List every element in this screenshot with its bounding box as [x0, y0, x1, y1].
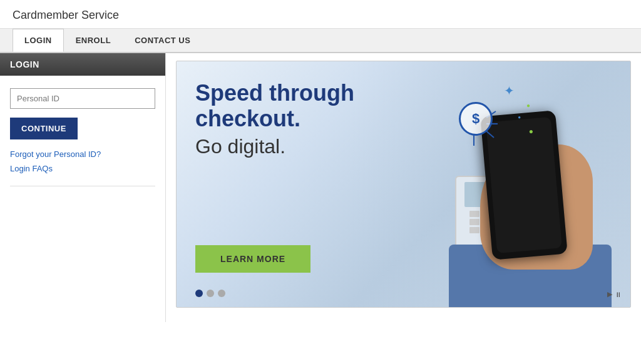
login-section-header: LOGIN — [0, 53, 165, 76]
right-panel: $ ✦ ● ● ● Speed through — [166, 53, 641, 322]
site-title: Cardmember Service — [13, 9, 119, 21]
main-layout: LOGIN CONTINUE Forgot your Personal ID? … — [0, 53, 641, 322]
dollar-symbol: $ — [472, 111, 479, 127]
login-faq-link[interactable]: Login FAQs — [10, 164, 155, 173]
carousel-dot-3[interactable] — [218, 290, 225, 297]
headline-line2: checkout. — [195, 106, 300, 131]
banner-text: Speed through checkout. Go digital. — [195, 80, 383, 158]
carousel-dot-1[interactable] — [195, 290, 203, 297]
promo-banner: $ ✦ ● ● ● Speed through — [176, 61, 631, 308]
headline-line1: Speed through — [195, 80, 354, 106]
nav-item-enroll[interactable]: ENROLL — [64, 29, 123, 52]
play-icon: ▶ — [607, 290, 612, 298]
login-links: Forgot your Personal ID? Login FAQs — [10, 149, 155, 173]
divider — [10, 186, 155, 186]
pause-icon: ⏸ — [615, 291, 622, 298]
carousel-dot-2[interactable] — [207, 290, 214, 297]
phone-hand-area — [411, 107, 612, 307]
dollar-icon: $ — [459, 102, 493, 136]
carousel-dots — [195, 290, 225, 297]
deco-dot-green-2: ● — [529, 127, 533, 136]
deco-star-1: ✦ — [504, 83, 515, 98]
banner-headline: Speed through checkout. — [195, 80, 383, 132]
left-panel: LOGIN CONTINUE Forgot your Personal ID? … — [0, 53, 166, 322]
nav-item-login[interactable]: LOGIN — [13, 29, 64, 52]
continue-button[interactable]: CONTINUE — [10, 118, 78, 139]
login-form: CONTINUE Forgot your Personal ID? Login … — [0, 76, 165, 186]
deco-dot-blue-1: ● — [518, 114, 521, 120]
deco-dot-green-1: ● — [526, 102, 530, 109]
learn-more-button[interactable]: LEARN MORE — [195, 245, 310, 273]
forgot-id-link[interactable]: Forgot your Personal ID? — [10, 149, 155, 159]
main-nav: LOGIN ENROLL CONTACT US — [0, 29, 641, 53]
personal-id-input[interactable] — [10, 88, 155, 109]
carousel-play-pause[interactable]: ▶ ⏸ — [607, 290, 622, 298]
nav-item-contact[interactable]: CONTACT US — [123, 29, 202, 52]
header: Cardmember Service — [0, 0, 641, 29]
banner-subheadline: Go digital. — [195, 134, 383, 158]
